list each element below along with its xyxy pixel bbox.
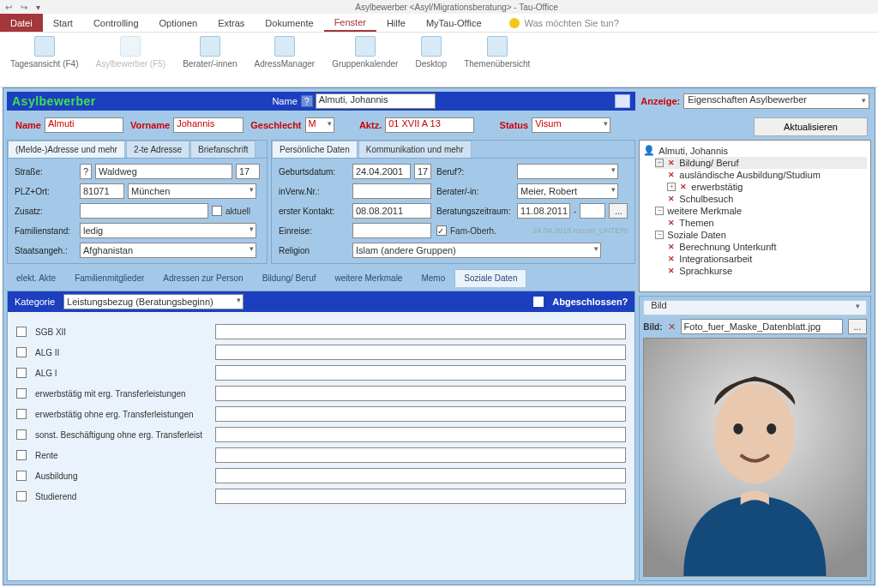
chk-item[interactable] xyxy=(16,388,27,399)
ltab-4[interactable]: weitere Merkmale xyxy=(326,269,412,287)
window-titlebar: ↩ ↪ ▾ Asylbewerber <Asyl/Migrationsberat… xyxy=(0,0,878,14)
tab-extras[interactable]: Extras xyxy=(207,14,255,32)
chk-aktuell[interactable] xyxy=(212,206,222,216)
lbl-einreise: Einreise: xyxy=(279,226,347,236)
note-field[interactable] xyxy=(215,406,626,422)
chk-item[interactable] xyxy=(16,471,27,481)
tab-optionen[interactable]: Optionen xyxy=(149,14,208,32)
field-zeitraum-von[interactable]: 11.08.2011 xyxy=(517,203,570,219)
chk-item[interactable] xyxy=(16,347,27,357)
collapse-icon[interactable]: − xyxy=(655,207,664,215)
addr-tab-1[interactable]: 2-te Adresse xyxy=(126,141,189,158)
redo-icon[interactable]: ↪ xyxy=(21,3,27,12)
pers-tab-1[interactable]: Kommunikation und mehr xyxy=(358,141,472,158)
ltab-6[interactable]: Soziale Daten xyxy=(454,269,526,287)
field-hausnr[interactable]: 17 xyxy=(236,164,260,179)
ltab-5[interactable]: Memo xyxy=(412,269,454,287)
note-field[interactable] xyxy=(215,365,626,381)
field-aktz[interactable]: 01 XVII A 13 xyxy=(385,117,474,133)
chk-item[interactable] xyxy=(16,327,27,337)
field-berater[interactable]: Meier, Robert xyxy=(517,183,618,199)
rb-adressmanager[interactable]: AdressManager xyxy=(250,36,321,83)
field-religion[interactable]: Islam (andere Gruppen) xyxy=(352,243,601,258)
tab-hilfe[interactable]: Hilfe xyxy=(376,14,416,32)
chk-item[interactable] xyxy=(16,429,27,440)
note-field[interactable] xyxy=(215,468,626,483)
chk-item[interactable] xyxy=(16,368,27,378)
chk-item[interactable] xyxy=(16,409,27,419)
ltab-3[interactable]: Bildung/ Beruf xyxy=(253,269,326,287)
note-field[interactable] xyxy=(215,489,626,504)
chk-famoberh[interactable]: ✓ xyxy=(436,225,447,236)
field-gebdat[interactable]: 24.04.2001 xyxy=(352,164,411,179)
field-bild-filename[interactable]: Foto_fuer_Maske_Datenblatt.jpg xyxy=(681,319,843,334)
lbl-strasse: Straße: xyxy=(15,167,75,177)
rb-gruppenkalender[interactable]: Gruppenkalender xyxy=(327,36,403,83)
rb-berater[interactable]: Berater/-innen xyxy=(177,36,242,83)
field-status[interactable]: Visum xyxy=(532,117,610,133)
field-einreise[interactable] xyxy=(352,223,431,238)
x-icon: ✕ xyxy=(667,243,676,251)
rb-desktop[interactable]: Desktop xyxy=(410,36,452,83)
ltab-2[interactable]: Adressen zur Person xyxy=(153,269,252,287)
tell-me-search[interactable]: Was möchten Sie tun? xyxy=(509,14,619,32)
undo-icon[interactable]: ↩ xyxy=(5,3,12,12)
tree-item: ✕Schulbesuch xyxy=(667,193,867,205)
addr-tab-0[interactable]: (Melde-)Adresse und mehr xyxy=(8,141,125,158)
tab-controlling[interactable]: Controlling xyxy=(83,14,149,32)
ltab-0[interactable]: elekt. Akte xyxy=(7,269,65,287)
collapse-icon[interactable]: − xyxy=(655,159,664,167)
aktualisieren-button[interactable]: Aktualisieren xyxy=(754,117,868,136)
browse-image-button[interactable]: ... xyxy=(848,319,867,334)
field-inverw[interactable] xyxy=(352,183,431,199)
kategorie-bar: Kategorie Leistungsbezug (Beratungsbegin… xyxy=(8,291,634,312)
strasse-help-icon[interactable]: ? xyxy=(80,164,92,179)
expand-icon[interactable]: + xyxy=(667,183,676,191)
lbl-inverw: inVerw.Nr.: xyxy=(279,187,347,196)
collapse-icon[interactable]: − xyxy=(655,231,664,239)
note-field[interactable] xyxy=(215,386,626,401)
help-icon[interactable]: ? xyxy=(301,95,313,107)
clear-image-icon[interactable]: ✕ xyxy=(668,321,676,333)
note-field[interactable] xyxy=(215,447,626,463)
pers-tab-0[interactable]: Persönliche Daten xyxy=(272,141,358,158)
tab-datei[interactable]: Datei xyxy=(0,14,43,32)
tab-dokumente[interactable]: Dokumente xyxy=(255,14,323,32)
field-strasse[interactable]: Waldweg xyxy=(95,164,232,179)
x-icon: ✕ xyxy=(667,195,676,203)
header-tool-icon[interactable] xyxy=(615,94,630,108)
field-kategorie[interactable]: Leistungsbezug (Beratungsbeginn) xyxy=(63,294,244,309)
header-name-value[interactable]: Almuti, Johannis xyxy=(316,93,436,109)
field-zeitraum-bis[interactable] xyxy=(580,203,605,219)
field-zusatz[interactable] xyxy=(80,203,208,219)
note-field[interactable] xyxy=(215,324,626,339)
field-beruf[interactable] xyxy=(517,164,618,179)
note-field[interactable] xyxy=(215,345,626,360)
field-ort[interactable]: München xyxy=(128,183,256,199)
property-tree[interactable]: 👤Almuti, Johannis −✕Bildung/ Beruf ✕ausl… xyxy=(639,140,871,292)
field-plz[interactable]: 81071 xyxy=(80,183,124,199)
tab-mytau[interactable]: MyTau-Office xyxy=(416,14,492,32)
lbl-kategorie: Kategorie xyxy=(15,297,55,307)
rb-themenuebersicht[interactable]: Themenübersicht xyxy=(459,36,535,83)
addr-tab-2[interactable]: Briefanschrift xyxy=(190,141,256,158)
ltab-1[interactable]: Familienmitglieder xyxy=(65,269,153,287)
chk-item[interactable] xyxy=(16,491,27,501)
rb-asylbewerber[interactable]: Asylbewerber (F5) xyxy=(90,36,171,83)
chk-item[interactable] xyxy=(16,450,27,460)
field-anzeige[interactable]: Eigenschaften Asylbewerber xyxy=(683,93,869,109)
rb-tagesansicht[interactable]: Tagesansicht (F4) xyxy=(5,36,83,83)
lbl-name: Name xyxy=(15,120,41,130)
tab-start[interactable]: Start xyxy=(43,14,83,32)
field-erster[interactable]: 08.08.2011 xyxy=(352,203,431,219)
zeitraum-more-button[interactable]: ... xyxy=(609,203,628,219)
field-vorname[interactable]: Johannis xyxy=(173,117,244,133)
field-familienstand[interactable]: ledig xyxy=(80,223,256,238)
note-field[interactable] xyxy=(215,427,626,442)
tab-fenster[interactable]: Fenster xyxy=(324,14,376,32)
field-name[interactable]: Almuti xyxy=(45,117,123,133)
field-geschlecht[interactable]: M xyxy=(305,117,334,133)
chk-abgeschlossen[interactable] xyxy=(533,297,544,307)
field-staat[interactable]: Afghanistan xyxy=(80,243,256,258)
bild-panel-title[interactable]: Bild xyxy=(647,300,863,315)
